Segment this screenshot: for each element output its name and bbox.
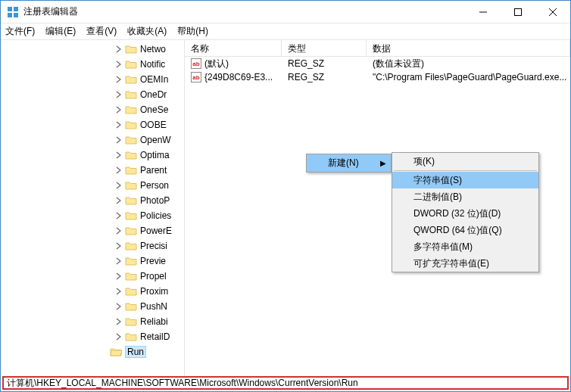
tree-item-selected[interactable]: Run bbox=[1, 344, 184, 359]
tree-item[interactable]: Precisi bbox=[1, 238, 184, 254]
sub-string-label: 字符串值(S) bbox=[413, 174, 462, 187]
sub-string[interactable]: 字符串值(S) bbox=[392, 172, 538, 188]
tree-item[interactable]: Reliabi bbox=[1, 314, 184, 329]
expand-icon[interactable] bbox=[114, 211, 123, 220]
sub-dword[interactable]: DWORD (32 位)值(D) bbox=[392, 205, 538, 222]
maximize-button[interactable] bbox=[501, 1, 535, 23]
menu-view[interactable]: 查看(V) bbox=[86, 25, 117, 38]
menu-bar: 文件(F) 编辑(E) 查看(V) 收藏夹(A) 帮助(H) bbox=[1, 23, 570, 40]
folder-icon bbox=[125, 210, 137, 221]
sub-binary-label: 二进制值(B) bbox=[413, 191, 462, 204]
row-data: (数值未设置) bbox=[367, 58, 570, 70]
folder-icon bbox=[125, 104, 137, 115]
tree-label: Propel bbox=[140, 271, 167, 282]
tree-item[interactable]: Previe bbox=[1, 254, 184, 269]
folder-icon bbox=[125, 301, 137, 312]
minimize-button[interactable] bbox=[466, 1, 501, 23]
context-menu: 新建(N) ▶ bbox=[306, 154, 392, 173]
tree-label: OOBE bbox=[140, 120, 167, 130]
row-type: REG_SZ bbox=[282, 58, 367, 69]
sub-multi[interactable]: 多字符串值(M) bbox=[392, 238, 538, 255]
expand-icon[interactable] bbox=[114, 241, 123, 250]
col-type[interactable]: 类型 bbox=[282, 40, 367, 56]
folder-icon bbox=[125, 59, 137, 70]
tree-item[interactable]: Policies bbox=[1, 208, 184, 223]
tree-item[interactable]: PushN bbox=[1, 299, 184, 314]
list-row[interactable]: ab{249D8C69-E3...REG_SZ"C:\Program Files… bbox=[185, 70, 570, 84]
sub-binary[interactable]: 二进制值(B) bbox=[392, 188, 538, 205]
close-button[interactable] bbox=[535, 1, 570, 23]
status-path: 计算机\HKEY_LOCAL_MACHINE\SOFTWARE\Microsof… bbox=[7, 377, 358, 390]
col-name[interactable]: 名称 bbox=[185, 40, 282, 56]
list-row[interactable]: ab(默认)REG_SZ(数值未设置) bbox=[185, 57, 570, 70]
expand-icon[interactable] bbox=[114, 317, 123, 326]
menu-edit[interactable]: 编辑(E) bbox=[45, 25, 76, 38]
tree-label: Notific bbox=[140, 59, 165, 70]
expand-icon[interactable] bbox=[114, 196, 123, 205]
tree-item[interactable]: Optima bbox=[1, 148, 184, 163]
tree-item[interactable]: OneSe bbox=[1, 102, 184, 117]
expand-icon[interactable] bbox=[114, 151, 123, 160]
expand-icon[interactable] bbox=[114, 105, 123, 114]
tree-label: PhotoP bbox=[140, 195, 170, 206]
tree-item[interactable]: Parent bbox=[1, 163, 184, 178]
tree-label: Precisi bbox=[140, 241, 167, 251]
svg-rect-0 bbox=[8, 7, 12, 11]
tree-label: Run bbox=[125, 346, 146, 358]
expand-icon[interactable] bbox=[114, 287, 123, 296]
tree-item[interactable]: OneDr bbox=[1, 87, 184, 102]
expand-icon[interactable] bbox=[114, 226, 123, 235]
sub-qword[interactable]: QWORD (64 位)值(Q) bbox=[392, 222, 538, 238]
string-value-icon: ab bbox=[191, 72, 201, 82]
tree-label: OEMIn bbox=[140, 74, 168, 85]
tree-item[interactable]: Propel bbox=[1, 269, 184, 284]
expand-icon[interactable] bbox=[114, 75, 123, 84]
expand-icon[interactable] bbox=[114, 257, 123, 266]
menu-fav[interactable]: 收藏夹(A) bbox=[127, 25, 167, 38]
tree-label: PowerE bbox=[140, 226, 172, 236]
expand-icon[interactable] bbox=[114, 272, 123, 281]
expand-icon[interactable] bbox=[114, 332, 123, 341]
expand-icon[interactable] bbox=[114, 45, 123, 54]
folder-icon bbox=[125, 226, 137, 236]
sub-key[interactable]: 项(K) bbox=[392, 153, 538, 170]
tree-item[interactable]: PhotoP bbox=[1, 193, 184, 208]
title-bar: 注册表编辑器 bbox=[1, 1, 570, 23]
tree-label: OneDr bbox=[140, 89, 167, 100]
tree-item[interactable]: OpenW bbox=[1, 132, 184, 148]
expand-icon[interactable] bbox=[99, 347, 108, 356]
tree-item[interactable]: Proxim bbox=[1, 284, 184, 299]
expand-icon[interactable] bbox=[114, 302, 123, 311]
folder-icon bbox=[125, 241, 137, 251]
content-area: NetwoNotificOEMInOneDrOneSeOOBEOpenWOpti… bbox=[1, 40, 570, 376]
menu-file[interactable]: 文件(F) bbox=[5, 25, 35, 38]
expand-icon[interactable] bbox=[114, 166, 123, 175]
sub-expand[interactable]: 可扩充字符串值(E) bbox=[392, 255, 538, 272]
tree-item[interactable]: Notific bbox=[1, 57, 184, 72]
tree-item[interactable]: Netwo bbox=[1, 42, 184, 57]
tree-label: Previe bbox=[140, 256, 166, 266]
folder-icon bbox=[125, 286, 137, 297]
col-data[interactable]: 数据 bbox=[367, 40, 570, 56]
expand-icon[interactable] bbox=[114, 90, 123, 99]
chevron-right-icon: ▶ bbox=[380, 159, 386, 167]
menu-help[interactable]: 帮助(H) bbox=[177, 25, 208, 38]
tree-item[interactable]: Person bbox=[1, 178, 184, 193]
tree-item[interactable]: OEMIn bbox=[1, 72, 184, 87]
expand-icon[interactable] bbox=[114, 135, 123, 145]
list-header: 名称 类型 数据 bbox=[185, 40, 570, 57]
expand-icon[interactable] bbox=[114, 60, 123, 69]
ctx-new[interactable]: 新建(N) ▶ bbox=[307, 154, 391, 172]
list-pane: 名称 类型 数据 ab(默认)REG_SZ(数值未设置)ab{249D8C69-… bbox=[185, 40, 570, 376]
tree-pane[interactable]: NetwoNotificOEMInOneDrOneSeOOBEOpenWOpti… bbox=[1, 40, 185, 376]
expand-icon[interactable] bbox=[114, 181, 123, 190]
tree-item[interactable]: PowerE bbox=[1, 223, 184, 238]
expand-icon[interactable] bbox=[114, 120, 123, 129]
folder-icon bbox=[125, 271, 137, 282]
tree-label: PushN bbox=[140, 301, 167, 312]
row-data: "C:\Program Files\PageGuard\PageGuard.ex… bbox=[367, 72, 570, 82]
row-name: (默认) bbox=[204, 58, 229, 70]
tree-item[interactable]: RetailD bbox=[1, 329, 184, 344]
tree-item[interactable]: OOBE bbox=[1, 117, 184, 132]
sub-dword-label: DWORD (32 位)值(D) bbox=[413, 207, 501, 220]
